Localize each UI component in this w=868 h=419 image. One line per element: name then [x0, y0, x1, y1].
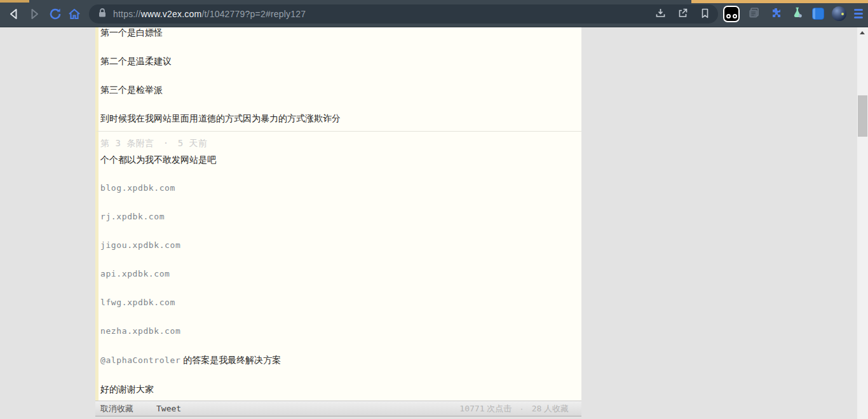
paragraph: 第二个是温柔建议 [100, 55, 571, 67]
topic-content-column: 第一个是白嫖怪第二个是温柔建议第三个是检举派到时候我在我网站里面用道德的方式因为… [95, 27, 581, 416]
domain-text: jigou.xpdbk.com [100, 239, 571, 252]
appendix-header-label: 第 3 条附言 [100, 138, 154, 148]
address-bar[interactable]: https://www.v2ex.com/t/1042779?p=2#reply… [89, 4, 718, 24]
favorites-count: 28 [532, 404, 542, 413]
browser-toolbar: https://www.v2ex.com/t/1042779?p=2#reply… [0, 0, 868, 27]
clicks-label: 次点击 [487, 404, 512, 413]
domain-text: lfwg.xpdbk.com [100, 296, 571, 309]
appendix-block-previous: 第一个是白嫖怪第二个是温柔建议第三个是检举派到时候我在我网站里面用道德的方式因为… [95, 26, 581, 131]
paragraph: @alphaControler 的答案是我最终解决方案 [100, 354, 571, 367]
toolbar-extensions [723, 0, 863, 27]
scroll-up-icon [860, 31, 865, 34]
appendix-header: 第 3 条附言·5 天前 [100, 137, 571, 149]
download-button[interactable] [653, 7, 667, 21]
appendix-header-time: 5 天前 [178, 138, 208, 148]
lock-icon [98, 8, 107, 20]
topic-buttons-bar: 取消收藏 Tweet 10771 次点击 · 28 人收藏 [95, 401, 581, 416]
appendix-previous-paragraphs: 第一个是白嫖怪第二个是温柔建议第三个是检举派到时候我在我网站里面用道德的方式因为… [100, 26, 571, 125]
bookmark-button[interactable] [698, 7, 712, 21]
appendix-block-current: 第 3 条附言·5 天前 个个都以为我不敢发网站是吧blog.xpdbk.com… [95, 131, 581, 401]
share-icon [677, 7, 689, 21]
forward-button[interactable] [26, 6, 43, 22]
avatar-glint [841, 13, 844, 15]
appendix-current-paragraphs: 个个都以为我不敢发网站是吧blog.xpdbk.comrj.xpdbk.comj… [100, 153, 571, 395]
share-button[interactable] [675, 7, 689, 21]
refresh-icon [47, 7, 64, 21]
puzzle-icon [770, 6, 782, 21]
home-button[interactable] [66, 6, 83, 22]
paragraph: 第一个是白嫖怪 [100, 26, 571, 39]
paragraph: 个个都以为我不敢发网站是吧 [100, 153, 571, 166]
page-scrollbar[interactable] [857, 27, 868, 419]
paragraph: 到时候我在我网站里面用道德的方式因为暴力的方式涨欺诈分 [100, 112, 571, 125]
back-icon [6, 7, 22, 21]
appendix-header-separator: · [163, 138, 169, 148]
panel-extension-icon[interactable] [812, 8, 824, 20]
puzzle-extension-button[interactable] [769, 7, 783, 21]
home-icon [66, 7, 83, 21]
url-text: https://www.v2ex.com/t/1042779?p=2#reply… [113, 9, 306, 19]
domain-text: rj.xpdbk.com [100, 210, 571, 223]
back-button[interactable] [6, 6, 22, 22]
domain-text: blog.xpdbk.com [100, 182, 571, 195]
desktop-edge-left [0, 0, 29, 3]
flask-icon [791, 6, 804, 21]
domain-text: nezha.xpdbk.com [100, 325, 571, 338]
paragraph: 第三个是检举派 [100, 83, 571, 96]
bookmark-icon [700, 8, 710, 21]
forward-icon [26, 7, 43, 21]
unfavorite-link[interactable]: 取消收藏 [100, 403, 133, 415]
clicks-count: 10771 [459, 404, 484, 413]
favorites-label: 人收藏 [544, 404, 569, 413]
tweet-link[interactable]: Tweet [156, 404, 181, 413]
profile-avatar[interactable] [832, 6, 846, 21]
stats-separator: · [520, 404, 523, 413]
user-mention-link[interactable]: @alphaControler [100, 355, 180, 365]
download-icon [654, 7, 667, 21]
domain-text: api.xpdbk.com [100, 268, 571, 280]
desktop-edge-right [691, 0, 868, 3]
topic-stats: 10771 次点击 · 28 人收藏 [459, 403, 569, 415]
browser-menu-icon[interactable] [854, 9, 863, 18]
copy-pages-button[interactable] [747, 7, 761, 21]
flask-extension-button[interactable] [790, 7, 804, 21]
paragraph: 好的谢谢大家 [100, 383, 571, 395]
scrollbar-thumb[interactable] [858, 95, 867, 137]
scrollbar-up-button[interactable] [857, 27, 868, 37]
robot-eyes-extension-icon[interactable] [723, 6, 740, 22]
refresh-button[interactable] [47, 6, 64, 22]
copy-pages-icon [748, 6, 761, 21]
